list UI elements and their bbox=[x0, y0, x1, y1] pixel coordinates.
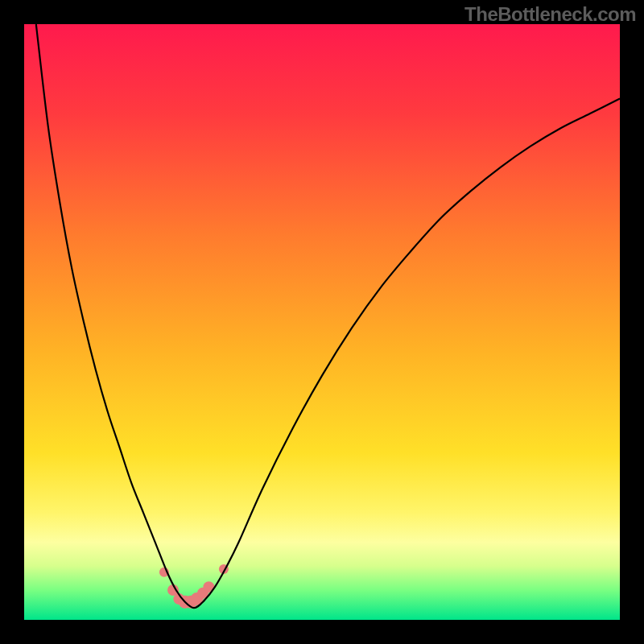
chart-svg bbox=[24, 24, 620, 620]
watermark-text: TheBottleneck.com bbox=[464, 3, 636, 26]
gradient-background bbox=[24, 24, 620, 620]
plot-area bbox=[24, 24, 620, 620]
chart-frame bbox=[0, 0, 644, 644]
